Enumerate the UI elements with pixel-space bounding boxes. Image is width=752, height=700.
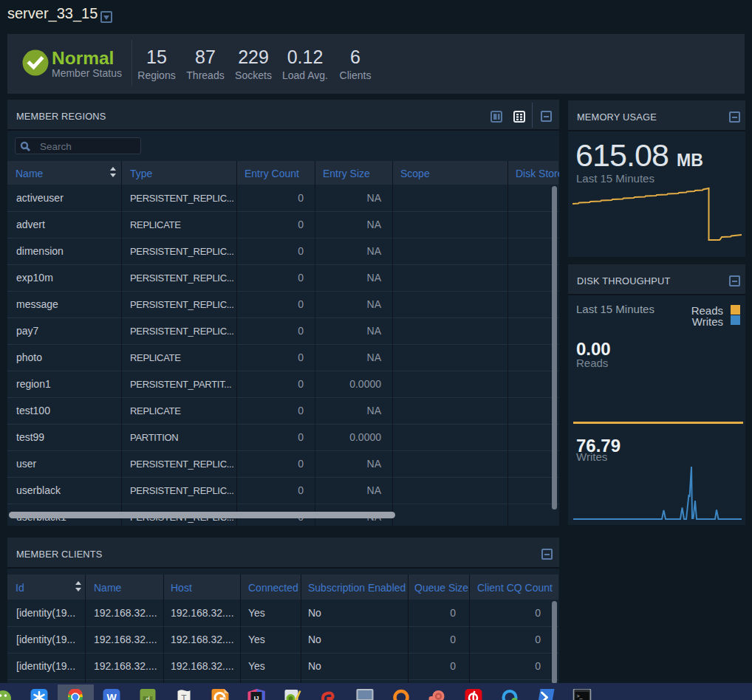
svg-text:d: d [146,696,150,700]
svg-text:T: T [181,693,187,700]
svg-text:W: W [106,692,117,700]
svg-text:>_: >_ [577,693,583,699]
svg-text:IJ: IJ [254,695,259,700]
